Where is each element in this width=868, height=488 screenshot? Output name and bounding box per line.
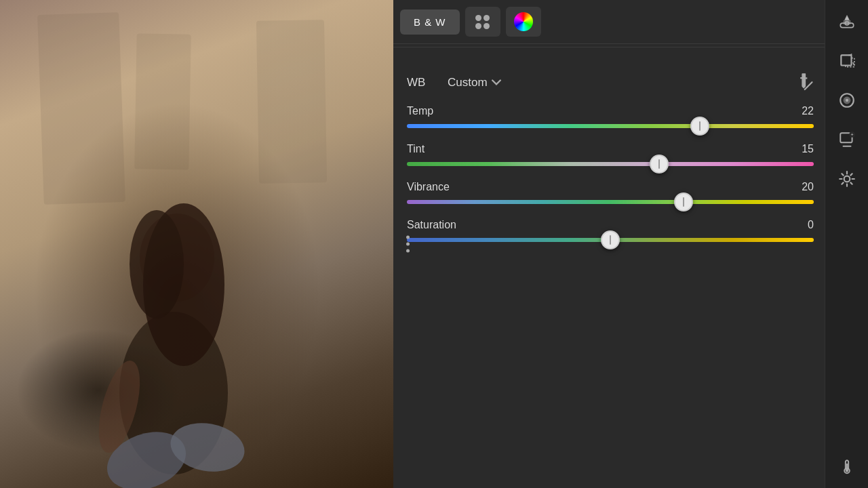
transform-icon <box>838 52 856 70</box>
ai-enhance-button[interactable] <box>832 125 862 155</box>
dot-3 <box>406 249 410 253</box>
svg-line-31 <box>842 174 843 175</box>
side-icons-panel <box>825 0 868 488</box>
ai-enhance-icon <box>838 131 856 148</box>
temp-header: Temp 22 <box>407 105 814 117</box>
toolbar-divider <box>393 47 868 47</box>
temp-slider-group: Temp 22 <box>407 105 814 128</box>
wb-preset-selector[interactable]: Custom <box>448 76 796 89</box>
saturation-slider-thumb[interactable] <box>601 230 620 249</box>
svg-rect-37 <box>846 464 847 470</box>
vibrance-slider-group: Vibrance 20 <box>407 181 814 204</box>
thermometer-icon <box>838 458 856 475</box>
vibrance-label: Vibrance <box>407 181 450 193</box>
three-dot-menu[interactable] <box>403 230 412 258</box>
pencil-icon <box>838 13 856 30</box>
vibrance-slider-thumb[interactable] <box>674 192 693 211</box>
saturation-label: Saturation <box>407 219 456 231</box>
vibrance-header: Vibrance 20 <box>407 181 814 193</box>
mix-channels-button[interactable] <box>465 7 500 37</box>
dot-1 <box>406 236 410 239</box>
tint-slider-track[interactable] <box>407 162 814 166</box>
transform-button[interactable] <box>832 46 862 76</box>
chevron-down-icon <box>492 78 501 87</box>
saturation-value: 0 <box>808 219 814 231</box>
svg-point-5 <box>130 210 184 319</box>
dot-2 <box>406 243 410 246</box>
masking-button[interactable] <box>832 85 862 115</box>
temp-slider-thumb[interactable] <box>690 117 709 136</box>
temp-value: 22 <box>802 105 814 117</box>
sun-icon <box>838 170 856 188</box>
temp-slider-track[interactable] <box>407 124 814 128</box>
eyedropper-icon <box>791 68 816 94</box>
toolbar: B & W <box>393 0 868 44</box>
tint-slider-group: Tint 15 <box>407 143 814 166</box>
svg-line-32 <box>850 182 852 184</box>
tint-slider-thumb[interactable] <box>650 155 669 174</box>
content-area: WB Custom Temp 22 <box>393 58 868 488</box>
vibrance-slider-track[interactable] <box>407 200 814 204</box>
svg-rect-20 <box>841 55 851 65</box>
saturation-header: Saturation 0 <box>407 219 814 231</box>
thermometer-button[interactable] <box>832 451 862 481</box>
saturation-slider-group: Saturation 0 <box>407 219 814 242</box>
masking-icon <box>838 92 856 109</box>
svg-point-26 <box>844 176 850 182</box>
svg-line-33 <box>850 174 852 175</box>
svg-point-23 <box>845 99 848 102</box>
vibrance-value: 20 <box>802 181 814 193</box>
svg-point-38 <box>845 469 848 472</box>
tint-label: Tint <box>407 143 425 155</box>
right-panel: B & W <box>393 0 868 488</box>
wb-preset-value: Custom <box>448 76 488 89</box>
wb-label: WB <box>407 76 448 89</box>
eyedropper-button[interactable] <box>791 68 818 96</box>
person-silhouette <box>58 136 289 488</box>
svg-line-34 <box>842 182 843 184</box>
tint-header: Tint 15 <box>407 143 814 155</box>
saturation-slider-track[interactable] <box>407 238 814 242</box>
exposure-button[interactable] <box>832 164 862 194</box>
photo-panel <box>0 0 393 488</box>
temp-label: Temp <box>407 105 433 117</box>
bw-button[interactable]: B & W <box>400 9 460 35</box>
pencil-edit-button[interactable] <box>832 7 862 37</box>
circles-icon <box>475 15 491 29</box>
wb-row: WB Custom <box>407 72 814 93</box>
color-wheel-icon <box>514 12 533 31</box>
color-wheel-button[interactable] <box>506 7 541 37</box>
tint-value: 15 <box>802 143 814 155</box>
svg-line-16 <box>805 82 812 89</box>
